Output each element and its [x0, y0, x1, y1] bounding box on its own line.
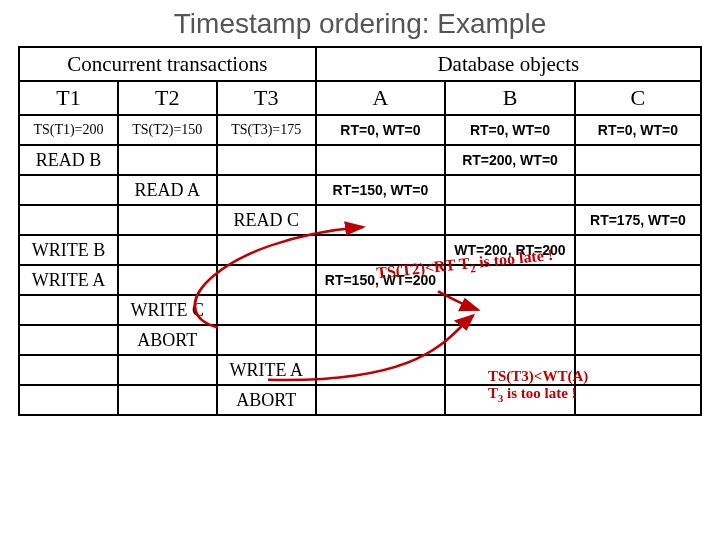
- r3-t3: [217, 145, 316, 175]
- r3-a: [316, 145, 446, 175]
- r6-c: [575, 235, 701, 265]
- r11-a: [316, 385, 446, 415]
- r9-t1: [19, 325, 118, 355]
- r3-c: [575, 145, 701, 175]
- ts-b: RT=0, WT=0: [445, 115, 575, 145]
- r10-a: [316, 355, 446, 385]
- r8-t1: [19, 295, 118, 325]
- r5-t3: READ C: [217, 205, 316, 235]
- ts-c: RT=0, WT=0: [575, 115, 701, 145]
- r7-t1: WRITE A: [19, 265, 118, 295]
- r11-t2: [118, 385, 217, 415]
- r5-t2: [118, 205, 217, 235]
- r10-t2: [118, 355, 217, 385]
- r5-b: [445, 205, 575, 235]
- col-t1: T1: [19, 81, 118, 115]
- r10-t3: WRITE A: [217, 355, 316, 385]
- r8-t3: [217, 295, 316, 325]
- r8-a: [316, 295, 446, 325]
- r4-c: [575, 175, 701, 205]
- r6-t1: WRITE B: [19, 235, 118, 265]
- col-t2: T2: [118, 81, 217, 115]
- group-database: Database objects: [316, 47, 701, 81]
- page-title: Timestamp ordering: Example: [0, 0, 720, 46]
- ts-t3: TS(T3)=175: [217, 115, 316, 145]
- r11-t1: [19, 385, 118, 415]
- diagram-wrap: Concurrent transactions Database objects…: [18, 46, 702, 416]
- r7-t2: [118, 265, 217, 295]
- r9-a: [316, 325, 446, 355]
- ts-t1: TS(T1)=200: [19, 115, 118, 145]
- r9-t3: [217, 325, 316, 355]
- r4-t2: READ A: [118, 175, 217, 205]
- col-a: A: [316, 81, 446, 115]
- r9-c: [575, 325, 701, 355]
- r5-c: RT=175, WT=0: [575, 205, 701, 235]
- r8-b: [445, 295, 575, 325]
- r6-t3: [217, 235, 316, 265]
- ts-t2: TS(T2)=150: [118, 115, 217, 145]
- r10-t1: [19, 355, 118, 385]
- r4-t1: [19, 175, 118, 205]
- col-c: C: [575, 81, 701, 115]
- timestamp-table: Concurrent transactions Database objects…: [18, 46, 702, 416]
- ts-a: RT=0, WT=0: [316, 115, 446, 145]
- r5-a: [316, 205, 446, 235]
- r8-t2: WRITE C: [118, 295, 217, 325]
- r10-c: [575, 355, 701, 385]
- r3-t2: [118, 145, 217, 175]
- col-b: B: [445, 81, 575, 115]
- r4-a: RT=150, WT=0: [316, 175, 446, 205]
- r5-t1: [19, 205, 118, 235]
- r8-c: [575, 295, 701, 325]
- r3-b: RT=200, WT=0: [445, 145, 575, 175]
- r3-t1: READ B: [19, 145, 118, 175]
- col-t3: T3: [217, 81, 316, 115]
- r9-b: [445, 325, 575, 355]
- r7-t3: [217, 265, 316, 295]
- r9-t2: ABORT: [118, 325, 217, 355]
- r4-b: [445, 175, 575, 205]
- r4-t3: [217, 175, 316, 205]
- r6-t2: [118, 235, 217, 265]
- annotation-t3-late: TS(T3)<WT(A) T3 is too late !: [488, 368, 588, 404]
- group-concurrent: Concurrent transactions: [19, 47, 316, 81]
- r11-t3: ABORT: [217, 385, 316, 415]
- r11-c: [575, 385, 701, 415]
- r7-c: [575, 265, 701, 295]
